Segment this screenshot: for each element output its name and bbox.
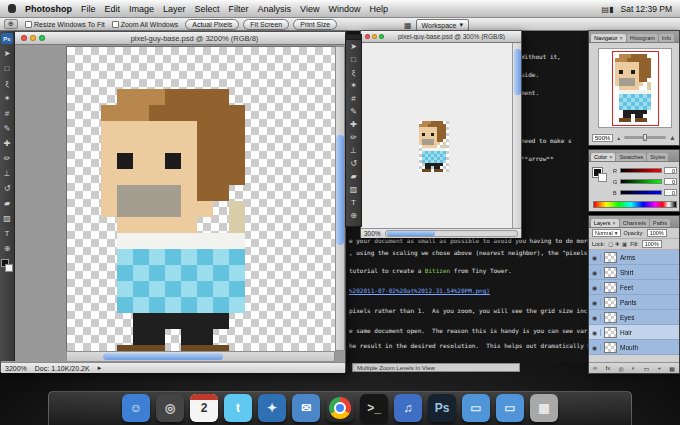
layer-row-shirt[interactable]: ◉Shirt bbox=[589, 265, 679, 280]
magic-wand-tool[interactable]: ✶ bbox=[0, 91, 15, 106]
zoom-tool-icon[interactable]: ⊕ bbox=[4, 19, 18, 29]
tab-layers[interactable]: Layers× bbox=[591, 219, 619, 227]
channel-slider[interactable] bbox=[620, 179, 662, 184]
fit-screen-button[interactable]: Fit Screen bbox=[243, 19, 289, 30]
horizontal-scroll-thumb[interactable] bbox=[103, 353, 223, 360]
apple-menu-icon[interactable] bbox=[8, 4, 16, 13]
dock-twitter[interactable]: t bbox=[224, 394, 252, 422]
navigator-thumbnail[interactable] bbox=[598, 48, 672, 128]
dock-chrome[interactable] bbox=[326, 394, 354, 422]
gradient-tool[interactable]: ▨ bbox=[346, 183, 361, 196]
zoom-level-field[interactable]: 3200% bbox=[5, 365, 27, 372]
menu-help[interactable]: Help bbox=[369, 4, 388, 14]
minimize-button[interactable] bbox=[30, 35, 36, 41]
zoom-tool[interactable]: ⊕ bbox=[0, 241, 15, 256]
main-window-titlebar[interactable]: pixel-guy-base.psd @ 3200% (RGB/8) bbox=[1, 32, 345, 45]
close-button[interactable] bbox=[365, 34, 370, 39]
tab-channels[interactable]: Channels bbox=[620, 219, 649, 227]
dock-safari[interactable]: ✦ bbox=[258, 394, 286, 422]
print-size-button[interactable]: Print Size bbox=[293, 19, 337, 30]
layer-visibility-icon[interactable]: ◉ bbox=[589, 344, 601, 351]
lasso-tool[interactable]: ξ bbox=[0, 76, 15, 91]
lock-pixels-icon[interactable]: ✚ bbox=[615, 241, 620, 247]
panel-close-icon[interactable]: × bbox=[620, 35, 623, 41]
marquee-tool[interactable]: □ bbox=[346, 53, 361, 66]
checkbox-icon[interactable] bbox=[112, 21, 119, 28]
vertical-scroll-thumb[interactable] bbox=[514, 49, 521, 95]
horizontal-scrollbar[interactable] bbox=[385, 230, 518, 237]
brush-tool[interactable]: ✏ bbox=[0, 151, 15, 166]
actual-pixels-button[interactable]: Actual Pixels bbox=[185, 19, 239, 30]
horizontal-scroll-thumb[interactable] bbox=[387, 231, 435, 236]
layer-thumbnail[interactable] bbox=[604, 282, 617, 293]
panel-close-icon[interactable]: × bbox=[613, 220, 616, 226]
zoom-in-icon[interactable]: ▲ bbox=[669, 134, 676, 141]
display-icon[interactable]: ▤ bbox=[602, 5, 610, 14]
dock-folder-documents[interactable]: ▭ bbox=[496, 394, 524, 422]
menu-view[interactable]: View bbox=[300, 4, 319, 14]
dock-folder-applications[interactable]: ▭ bbox=[462, 394, 490, 422]
layer-visibility-icon[interactable]: ◉ bbox=[589, 314, 601, 321]
history-brush-tool[interactable]: ↺ bbox=[0, 181, 15, 196]
dock-itunes[interactable]: ♫ bbox=[394, 394, 422, 422]
canvas-transparency-checkerboard[interactable] bbox=[66, 46, 335, 351]
eyedropper-tool[interactable]: ✎ bbox=[0, 121, 15, 136]
layer-row-hair[interactable]: ◉Hair bbox=[589, 325, 679, 340]
dock-calendar[interactable]: 2 bbox=[190, 394, 218, 422]
vertical-scrollbar[interactable] bbox=[335, 46, 345, 351]
adjustment-layer-icon[interactable]: ◐ bbox=[632, 365, 636, 371]
panel-close-icon[interactable]: × bbox=[609, 154, 612, 160]
close-button[interactable] bbox=[21, 35, 27, 41]
menu-window[interactable]: Window bbox=[328, 4, 360, 14]
layer-visibility-icon[interactable]: ◉ bbox=[589, 254, 601, 261]
channel-value-field[interactable]: 0 bbox=[664, 178, 677, 185]
layer-row-arms[interactable]: ◉Arms bbox=[589, 250, 679, 265]
channel-value-field[interactable]: 0 bbox=[664, 189, 677, 196]
vertical-scroll-thumb[interactable] bbox=[336, 135, 344, 245]
document-window-3200[interactable]: pixel-guy-base.psd @ 3200% (RGB/8) 3200%… bbox=[0, 31, 346, 372]
channel-value-field[interactable]: 0 bbox=[664, 167, 677, 174]
layer-thumbnail[interactable] bbox=[604, 342, 617, 353]
lasso-tool[interactable]: ξ bbox=[346, 66, 361, 79]
maximize-button[interactable] bbox=[379, 34, 384, 39]
option-zoom-all-windows[interactable]: Zoom All Windows bbox=[112, 21, 179, 28]
tab-swatches[interactable]: Swatches bbox=[616, 153, 646, 161]
channel-slider[interactable] bbox=[620, 190, 662, 195]
menu-edit[interactable]: Edit bbox=[105, 4, 121, 14]
pixel-art-character-small[interactable] bbox=[419, 121, 449, 172]
layer-thumbnail[interactable] bbox=[604, 312, 617, 323]
brush-tool[interactable]: ✏ bbox=[346, 131, 361, 144]
pixel-art-character-large[interactable] bbox=[101, 89, 261, 351]
dock-trash[interactable]: ▦ bbox=[530, 394, 558, 422]
eraser-tool[interactable]: ▰ bbox=[346, 170, 361, 183]
workspace-icon[interactable]: ▦ bbox=[404, 21, 412, 30]
tab-styles[interactable]: Styles bbox=[647, 153, 668, 161]
eraser-tool[interactable]: ▰ bbox=[0, 196, 15, 211]
type-tool[interactable]: T bbox=[346, 196, 361, 209]
navigator-zoom-field[interactable]: 500% bbox=[592, 134, 613, 142]
menu-filter[interactable]: Filter bbox=[229, 4, 249, 14]
navigator-view-box[interactable] bbox=[612, 51, 659, 126]
magic-wand-tool[interactable]: ✶ bbox=[346, 79, 361, 92]
crop-tool[interactable]: # bbox=[346, 92, 361, 105]
crop-tool[interactable]: # bbox=[0, 106, 15, 121]
horizontal-scrollbar[interactable] bbox=[66, 351, 335, 362]
menu-bar-clock[interactable]: Sat 12:39 PM bbox=[620, 4, 672, 14]
dock-finder[interactable]: ☺ bbox=[122, 394, 150, 422]
delete-layer-icon[interactable]: ▦ bbox=[669, 365, 675, 372]
layer-thumbnail[interactable] bbox=[604, 267, 617, 278]
minimize-button[interactable] bbox=[372, 34, 377, 39]
layer-row-mouth[interactable]: ◉Mouth bbox=[589, 340, 679, 355]
dock-terminal[interactable]: >_ bbox=[360, 394, 388, 422]
clone-stamp-tool[interactable]: ⊥ bbox=[346, 144, 361, 157]
menu-select[interactable]: Select bbox=[195, 4, 220, 14]
maximize-button[interactable] bbox=[39, 35, 45, 41]
menu-layer[interactable]: Layer bbox=[163, 4, 186, 14]
navigator-zoom-slider[interactable] bbox=[624, 136, 666, 139]
healing-brush-tool[interactable]: ✚ bbox=[0, 136, 15, 151]
move-tool[interactable]: ➤ bbox=[346, 40, 361, 53]
layer-row-eyes[interactable]: ◉Eyes bbox=[589, 310, 679, 325]
history-brush-tool[interactable]: ↺ bbox=[346, 157, 361, 170]
fill-field[interactable]: 100% bbox=[642, 240, 662, 248]
vertical-scrollbar[interactable] bbox=[512, 43, 521, 228]
